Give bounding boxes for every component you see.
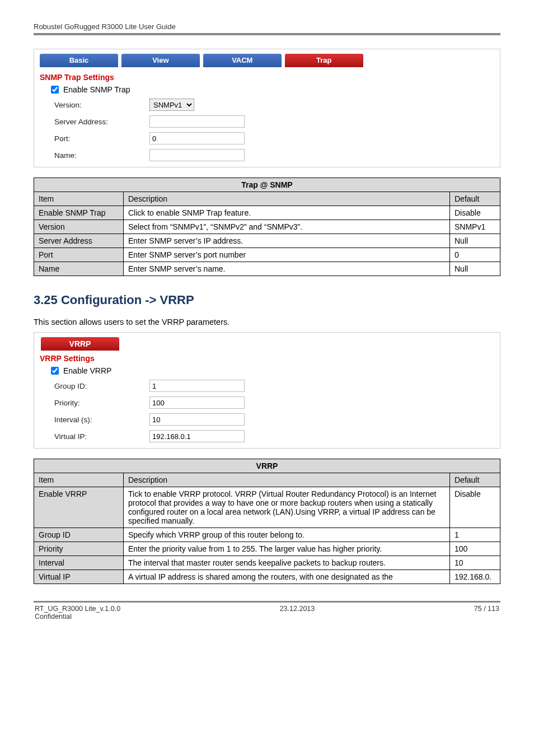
interval-row: Interval (s): <box>34 411 500 428</box>
version-label: Version: <box>54 101 149 109</box>
version-select[interactable]: SNMPv1 <box>149 99 194 111</box>
snmp-trap-panel: Basic View VACM Trap SNMP Trap Settings … <box>34 49 500 167</box>
tab-view[interactable]: View <box>121 54 200 67</box>
virtual-ip-label: Virtual IP: <box>54 432 149 441</box>
virtual-ip-input[interactable] <box>149 430 245 442</box>
enable-snmp-trap-row: Enable SNMP Trap <box>34 83 500 96</box>
snmp-trap-heading: SNMP Trap Settings <box>34 69 500 83</box>
table-row: Enable SNMP Trap Click to enable SNMP Tr… <box>34 206 500 220</box>
footer-left2: Confidential <box>34 613 500 620</box>
vrrp-table: VRRP Item Description Default Enable VRR… <box>34 459 500 584</box>
snmp-trap-table: Trap @ SNMP Item Description Default Ena… <box>34 178 500 276</box>
vrrp-table-title: VRRP <box>34 459 500 473</box>
priority-input[interactable] <box>149 396 245 409</box>
enable-snmp-trap-label: Enable SNMP Trap <box>63 85 130 94</box>
vrrp-heading: VRRP Settings <box>34 351 500 364</box>
vrrp-panel: VRRP VRRP Settings Enable VRRP Group ID:… <box>34 332 500 449</box>
table-row: Interval The interval that master router… <box>34 556 500 570</box>
table-row: Server Address Enter SNMP server’s IP ad… <box>34 234 500 248</box>
name-label: Name: <box>54 151 149 160</box>
enable-vrrp-checkbox[interactable] <box>51 367 59 375</box>
interval-label: Interval (s): <box>54 416 149 424</box>
tab-basic[interactable]: Basic <box>40 54 118 67</box>
table-row: Item Description Default <box>34 192 500 206</box>
virtual-ip-row: Virtual IP: <box>34 428 500 448</box>
server-address-row: Server Address: <box>34 113 500 130</box>
priority-row: Priority: <box>34 394 500 411</box>
table-row: Priority Enter the priority value from 1… <box>34 542 500 556</box>
group-id-label: Group ID: <box>54 382 149 390</box>
group-id-input[interactable] <box>149 380 245 392</box>
group-id-row: Group ID: <box>34 377 500 394</box>
table-row: Version Select from “SNMPv1”, “SNMPv2” a… <box>34 220 500 234</box>
footer-left: RT_UG_R3000 Lite_v.1.0.0 <box>35 605 120 613</box>
name-input[interactable] <box>149 149 245 161</box>
table-row: Group ID Specify which VRRP group of thi… <box>34 528 500 542</box>
footer-center: 23.12.2013 <box>280 605 315 613</box>
table-row: Name Enter SNMP server’s name. Null <box>34 262 500 276</box>
tab-trap[interactable]: Trap <box>285 54 363 67</box>
interval-input[interactable] <box>149 413 245 426</box>
enable-vrrp-label: Enable VRRP <box>63 366 111 375</box>
footer-right: 75 / 113 <box>474 605 499 613</box>
table-row: Enable VRRP Tick to enable VRRP protocol… <box>34 487 500 528</box>
priority-label: Priority: <box>54 399 149 407</box>
col-def-hdr: Default <box>450 192 500 206</box>
header-rule <box>34 33 500 35</box>
doc-header: Robustel GoRugged R3000 Lite User Guide <box>34 22 500 31</box>
name-row: Name: <box>34 147 500 167</box>
col-desc-hdr: Description <box>124 192 450 206</box>
table-row: Item Description Default <box>34 473 500 487</box>
footer-row: RT_UG_R3000 Lite_v.1.0.0 23.12.2013 75 /… <box>34 603 500 613</box>
section-intro: This section allows users to set the VRR… <box>34 318 500 326</box>
col-item-hdr: Item <box>34 192 124 206</box>
port-label: Port: <box>54 134 149 143</box>
snmp-table-title: Trap @ SNMP <box>34 178 500 192</box>
table-row: Virtual IP A virtual IP address is share… <box>34 570 500 584</box>
enable-snmp-trap-checkbox[interactable] <box>51 86 59 94</box>
version-row: Version: SNMPv1 <box>34 96 500 113</box>
snmp-tabs: Basic View VACM Trap <box>34 49 500 69</box>
server-address-label: Server Address: <box>54 118 149 126</box>
table-row: Port Enter SNMP server’s port number 0 <box>34 248 500 262</box>
server-address-input[interactable] <box>149 115 245 128</box>
section-heading-vrrp: 3.25 Configuration -> VRRP <box>34 293 500 307</box>
tab-vrrp[interactable]: VRRP <box>41 337 119 351</box>
enable-vrrp-row: Enable VRRP <box>34 364 500 377</box>
tab-vacm[interactable]: VACM <box>203 54 282 67</box>
port-row: Port: <box>34 130 500 147</box>
port-input[interactable] <box>149 132 245 144</box>
